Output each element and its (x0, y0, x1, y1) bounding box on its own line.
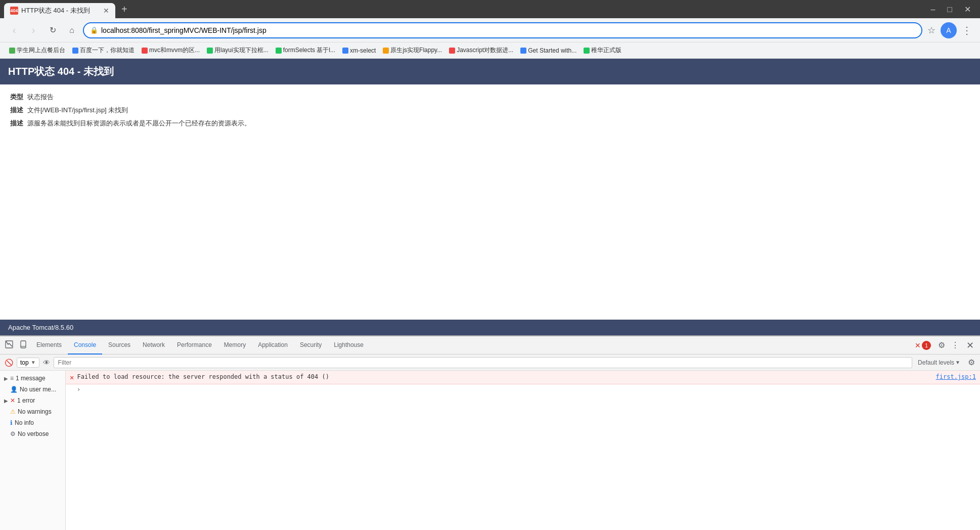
context-dropdown-icon: ▼ (31, 360, 36, 365)
page-content: HTTP状态 404 - 未找到 类型 状态报告 描述 文件[/WEB-INT/… (0, 59, 980, 335)
devtools-error-badge: ✕ 1 (915, 341, 931, 350)
sidebar-item-no-verbose[interactable]: ⚙ No verbose (0, 428, 65, 439)
sidebar-no-warnings-label: No warnings (18, 408, 52, 415)
device-toggle-button[interactable] (16, 338, 30, 352)
bookmark-item-8[interactable]: Get Started with... (517, 46, 580, 55)
expand-arrow-icon: ▶ (4, 376, 8, 381)
error-expand-arrow-icon: ▶ (4, 398, 8, 404)
error-count: 1 (922, 341, 931, 350)
devtools-settings-button[interactable]: ⚙ (935, 338, 948, 352)
desc-label: 描述 (10, 106, 23, 115)
bookmark-item-2[interactable]: mvc和mvvm的区... (139, 45, 203, 56)
tab-close-icon[interactable]: ✕ (103, 7, 109, 15)
new-tab-button[interactable]: + (117, 2, 131, 17)
error-message-source[interactable]: first.jsp:1 (936, 373, 976, 380)
bookmark-label-6: 原生js实现Flappy... (390, 46, 442, 55)
profile-icon[interactable]: A (941, 22, 957, 38)
bookmark-item-7[interactable]: Javascript对数据进... (446, 45, 516, 56)
bookmarks-bar: 学生网上点餐后台 百度一下，你就知道 mvc和mvvm的区... 用layui实… (0, 42, 980, 59)
bookmark-item-6[interactable]: 原生js实现Flappy... (380, 45, 445, 56)
address-input[interactable] (101, 26, 915, 34)
bookmark-item-9[interactable]: 稚华正式版 (581, 45, 625, 56)
browser-window: 404 HTTP状态 404 - 未找到 ✕ + – □ ✕ ‹ › ↻ ⌂ 🔒… (0, 0, 980, 530)
levels-chevron-icon: ▼ (955, 360, 960, 365)
detail-label-text: 描述 (10, 119, 23, 128)
bookmark-label-4: formSelects 基于l... (283, 46, 335, 55)
bookmark-item-0[interactable]: 学生网上点餐后台 (6, 45, 68, 56)
sidebar-item-1-message[interactable]: ▶ ≡ 1 message (0, 373, 65, 384)
tab-favicon: 404 (10, 7, 18, 15)
sidebar-1-message-label: 1 message (16, 375, 46, 382)
svg-rect-1 (21, 341, 26, 348)
sidebar-1-error-label: 1 error (17, 397, 35, 404)
devtools-more-button[interactable]: ⋮ (948, 338, 962, 352)
inspect-element-button[interactable] (2, 338, 16, 352)
error-message-text: Failed to load resource: the server resp… (77, 373, 936, 380)
sidebar-item-no-warnings[interactable]: ⚠ No warnings (0, 406, 65, 417)
bookmark-item-3[interactable]: 用layui实现下拉框... (204, 45, 272, 56)
info-icon: ℹ (10, 419, 13, 426)
menu-icon[interactable]: ⋮ (960, 22, 974, 38)
tab-security[interactable]: Security (294, 336, 328, 355)
list-icon: ≡ (10, 375, 14, 382)
console-eye-button[interactable]: 👁 (41, 357, 52, 368)
address-bar[interactable]: 🔒 (83, 22, 922, 38)
active-tab[interactable]: 404 HTTP状态 404 - 未找到 ✕ (4, 3, 115, 18)
bookmark-item-4[interactable]: formSelects 基于l... (273, 45, 338, 56)
tab-network[interactable]: Network (137, 336, 171, 355)
tab-elements[interactable]: Elements (30, 336, 68, 355)
reload-button[interactable]: ↻ (44, 22, 61, 38)
console-sidebar: ▶ ≡ 1 message 👤 No user me... ▶ ✕ 1 erro… (0, 371, 66, 530)
forward-button[interactable]: › (25, 22, 41, 38)
devtools-tabbar: Elements Console Sources Network Perform… (0, 336, 980, 355)
tab-lighthouse[interactable]: Lighthouse (328, 336, 370, 355)
back-button[interactable]: ‹ (6, 22, 22, 38)
maximize-button[interactable]: □ (942, 3, 957, 16)
console-messages: ✕ Failed to load resource: the server re… (66, 371, 980, 530)
tab-sources[interactable]: Sources (102, 336, 137, 355)
close-window-button[interactable]: ✕ (959, 3, 976, 16)
sidebar-item-no-user[interactable]: 👤 No user me... (0, 384, 65, 395)
console-default-levels[interactable]: Default levels ▼ (914, 358, 964, 368)
tab-console[interactable]: Console (68, 336, 102, 355)
levels-label: Default levels (918, 359, 954, 366)
expand-caret-icon: › (77, 386, 80, 393)
devtools-panel: Elements Console Sources Network Perform… (0, 335, 980, 530)
console-filter-input[interactable] (54, 357, 912, 368)
console-clear-button[interactable]: 🚫 (3, 357, 15, 368)
home-button[interactable]: ⌂ (64, 22, 80, 38)
tab-title: HTTP状态 404 - 未找到 (21, 6, 98, 15)
sidebar-no-user-label: No user me... (20, 386, 56, 393)
bookmark-item-5[interactable]: xm-select (339, 46, 379, 55)
console-toolbar: 🚫 top ▼ 👁 Default levels ▼ ⚙ (0, 355, 980, 371)
context-label: top (20, 359, 29, 366)
warning-icon: ⚠ (10, 408, 16, 415)
error-body: 类型 状态报告 描述 文件[/WEB-INT/jsp/first.jsp] 未找… (0, 84, 980, 320)
tab-performance[interactable]: Performance (171, 336, 218, 355)
verbose-icon: ⚙ (10, 430, 16, 437)
error-detail-row: 描述 源服务器未能找到目标资源的表示或者是不愿公开一个已经存在的资源表示。 (10, 119, 970, 128)
message-error-icon: ✕ (70, 373, 74, 381)
console-error-expand[interactable]: › (66, 384, 980, 394)
console-settings-button[interactable]: ⚙ (966, 356, 977, 369)
bookmark-label-9: 稚华正式版 (591, 46, 621, 55)
console-content: ▶ ≡ 1 message 👤 No user me... ▶ ✕ 1 erro… (0, 371, 980, 530)
address-lock-icon: 🔒 (90, 26, 98, 34)
nav-bar: ‹ › ↻ ⌂ 🔒 ☆ A ⋮ (0, 18, 980, 42)
sidebar-item-1-error[interactable]: ▶ ✕ 1 error (0, 395, 65, 406)
error-footer: Apache Tomcat/8.5.60 (0, 320, 980, 335)
error-desc-row: 描述 文件[/WEB-INT/jsp/first.jsp] 未找到 (10, 106, 970, 115)
minimize-button[interactable]: – (925, 3, 940, 16)
bookmark-item-1[interactable]: 百度一下，你就知道 (69, 45, 138, 56)
sidebar-no-verbose-label: No verbose (18, 430, 49, 437)
devtools-close-button[interactable]: ✕ (962, 338, 978, 353)
bookmark-star-icon[interactable]: ☆ (925, 23, 938, 38)
tab-application[interactable]: Application (252, 336, 294, 355)
error-icon: ✕ (10, 397, 15, 404)
console-error-message: ✕ Failed to load resource: the server re… (66, 371, 980, 384)
bookmark-label-1: 百度一下，你就知道 (80, 46, 135, 55)
console-context-selector[interactable]: top ▼ (17, 358, 39, 368)
bookmark-label-5: xm-select (350, 47, 376, 54)
sidebar-item-no-info[interactable]: ℹ No info (0, 417, 65, 428)
tab-memory[interactable]: Memory (218, 336, 252, 355)
